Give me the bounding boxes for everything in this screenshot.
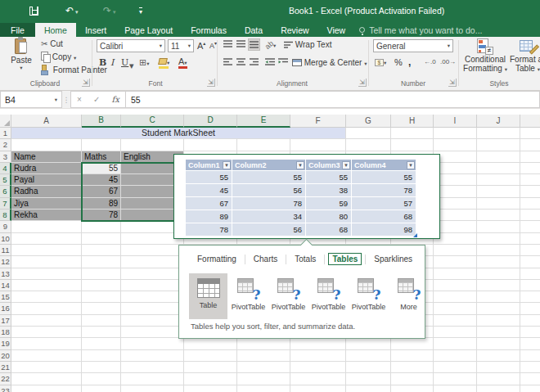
qa-tab-formatting[interactable]: Formatting xyxy=(192,253,241,265)
cell-B5[interactable]: 45 xyxy=(82,174,121,186)
row-header-4[interactable]: 4 xyxy=(0,163,11,174)
cell-I19[interactable] xyxy=(434,338,477,349)
row-header-3[interactable]: 3 xyxy=(0,151,11,163)
middle-align-button[interactable] xyxy=(235,38,247,51)
align-right-button[interactable] xyxy=(248,56,260,69)
cell-K9[interactable] xyxy=(520,221,540,232)
cell-K1[interactable] xyxy=(520,128,540,139)
row-header-12[interactable]: 12 xyxy=(0,256,11,268)
column-header-G[interactable]: G xyxy=(346,115,391,128)
comma-style-button[interactable]: , xyxy=(408,56,411,68)
cell-F23[interactable] xyxy=(290,385,346,392)
cell-K8[interactable] xyxy=(520,210,540,221)
cell-K6[interactable] xyxy=(520,186,540,197)
cell-H23[interactable] xyxy=(391,385,434,392)
grow-font-button[interactable]: A▴ xyxy=(197,40,205,51)
cell-I15[interactable] xyxy=(434,291,477,303)
cell-B7[interactable]: 89 xyxy=(82,198,121,210)
row-header-21[interactable]: 21 xyxy=(0,362,11,373)
tellme-box[interactable]: Tell me what you want to do... xyxy=(359,23,482,37)
top-align-button[interactable] xyxy=(222,38,234,51)
cell-G23[interactable] xyxy=(346,385,391,392)
cell-A13[interactable] xyxy=(11,268,82,280)
cell-E21[interactable] xyxy=(237,362,290,373)
name-box[interactable]: B4▾ xyxy=(0,91,62,108)
row-header-14[interactable]: 14 xyxy=(0,280,11,291)
row-header-1[interactable]: 1 xyxy=(0,128,11,139)
cell-I11[interactable] xyxy=(434,245,477,256)
column-header-E[interactable]: E xyxy=(237,115,290,128)
cell-K19[interactable] xyxy=(520,338,540,349)
align-left-button[interactable] xyxy=(222,56,234,69)
cell-K10[interactable] xyxy=(520,233,540,245)
qa-tab-sparklines[interactable]: Sparklines xyxy=(369,253,417,265)
cell-C14[interactable] xyxy=(121,280,184,291)
cell-C22[interactable] xyxy=(121,373,184,385)
cell-A14[interactable] xyxy=(11,280,82,291)
column-header-B[interactable]: B xyxy=(82,115,121,128)
row-header-5[interactable]: 5 xyxy=(0,174,11,186)
customize-qat-icon[interactable]: ▾ xyxy=(139,6,142,17)
column-header-H[interactable]: H xyxy=(391,115,434,128)
cell-B12[interactable] xyxy=(82,256,121,268)
cell-J1[interactable] xyxy=(477,128,520,139)
cell-I14[interactable] xyxy=(434,280,477,291)
cell-K2[interactable] xyxy=(520,139,540,151)
cell-C15[interactable] xyxy=(121,291,184,303)
cell-J8[interactable] xyxy=(477,210,520,221)
font-size-select[interactable]: 11▾ xyxy=(168,39,194,52)
tab-view[interactable]: View xyxy=(318,23,355,37)
cell-F22[interactable] xyxy=(290,373,346,385)
cell-C11[interactable] xyxy=(121,245,184,256)
cell-K14[interactable] xyxy=(520,280,540,291)
alignment-dialog-launcher[interactable]: ⇲ xyxy=(358,79,367,87)
bottom-align-button[interactable] xyxy=(248,38,260,51)
cell-A19[interactable] xyxy=(11,338,82,349)
cell-H2[interactable] xyxy=(391,139,434,151)
cell-K11[interactable] xyxy=(520,245,540,256)
borders-button[interactable]: ⊞▾ xyxy=(139,57,149,68)
cell-J5[interactable] xyxy=(477,174,520,186)
cell-K18[interactable] xyxy=(520,327,540,338)
cell-C2[interactable] xyxy=(121,139,184,151)
cell-A21[interactable] xyxy=(11,362,82,373)
cell-F20[interactable] xyxy=(290,350,346,362)
font-color-button[interactable]: A▾ xyxy=(178,56,187,69)
copy-button[interactable]: Copy ▾ xyxy=(41,52,76,61)
cell-A8[interactable]: Rekha xyxy=(11,210,82,221)
cell-B6[interactable]: 67 xyxy=(82,186,121,197)
row-header-2[interactable]: 2 xyxy=(0,139,11,151)
enter-icon[interactable]: ✓ xyxy=(93,95,100,104)
column-header-I[interactable]: I xyxy=(434,115,477,128)
cell-J11[interactable] xyxy=(477,245,520,256)
cell-B20[interactable] xyxy=(82,350,121,362)
cell-E22[interactable] xyxy=(237,373,290,385)
cell-I17[interactable] xyxy=(434,315,477,327)
row-header-22[interactable]: 22 xyxy=(0,373,11,385)
cell-B2[interactable] xyxy=(82,139,121,151)
cell-A16[interactable] xyxy=(11,303,82,314)
row-header-19[interactable]: 19 xyxy=(0,338,11,349)
cell-I1[interactable] xyxy=(434,128,477,139)
accounting-format-button[interactable]: $▾ xyxy=(375,57,386,66)
cell-A17[interactable] xyxy=(11,315,82,327)
cell-J21[interactable] xyxy=(477,362,520,373)
row-header-6[interactable]: 6 xyxy=(0,186,11,197)
font-name-select[interactable]: Calibri▾ xyxy=(97,39,165,52)
decrease-indent-button[interactable] xyxy=(263,56,276,69)
cell-K22[interactable] xyxy=(520,373,540,385)
font-dialog-launcher[interactable]: ⇲ xyxy=(207,79,215,87)
cell-J17[interactable] xyxy=(477,315,520,327)
cell-A15[interactable] xyxy=(11,291,82,303)
cell-G20[interactable] xyxy=(346,350,391,362)
column-header-J[interactable]: J xyxy=(477,115,520,128)
cell-I2[interactable] xyxy=(434,139,477,151)
cell-B4[interactable]: 55 xyxy=(82,163,121,174)
column-header-C[interactable]: C xyxy=(121,115,184,128)
cell-B11[interactable] xyxy=(82,245,121,256)
filter-dropdown-icon[interactable]: ▼ xyxy=(407,161,415,169)
row-header-7[interactable]: 7 xyxy=(0,198,11,210)
cell-F2[interactable] xyxy=(290,139,346,151)
cell-D20[interactable] xyxy=(184,350,237,362)
cell-K5[interactable] xyxy=(520,174,540,186)
